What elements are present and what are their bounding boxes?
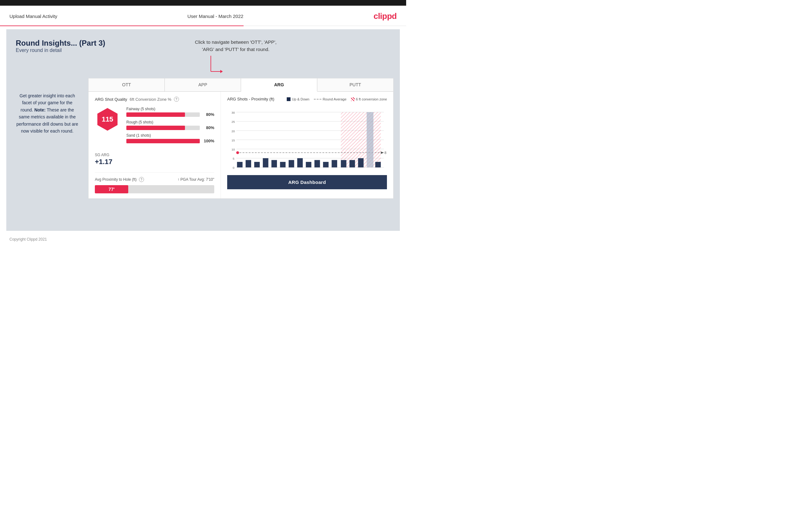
legend-updown: Up & Down (287, 97, 309, 101)
svg-marker-2 (220, 70, 223, 73)
svg-rect-36 (341, 160, 347, 167)
card-body: ARG Shot Quality 6ft Conversion Zone % ?… (89, 92, 393, 199)
right-panel: ARG Shots - Proximity (ft) Up & Down Rou… (221, 92, 393, 199)
panel-header-sub: 6ft Conversion Zone % (130, 97, 171, 102)
svg-rect-38 (358, 158, 364, 167)
left-panel: ARG Shot Quality 6ft Conversion Zone % ?… (89, 92, 221, 199)
chart-legend: Up & Down Round Average 6 ft conversion … (287, 97, 387, 101)
bar-pct-fairway: 80% (202, 112, 214, 117)
shot-label-fairway: Fairway (5 shots) (126, 107, 214, 111)
arrow-annotation (208, 54, 233, 79)
arg-dashboard-button[interactable]: ARG Dashboard (227, 175, 387, 189)
nav-hint-text: Click to navigate between 'OTT', 'APP','… (195, 39, 277, 52)
left-info: Get greater insight into each facet of y… (16, 92, 79, 134)
svg-rect-28 (271, 160, 277, 167)
legend-dashed-line (314, 99, 321, 100)
legend-hatched-box (351, 97, 355, 101)
proximity-header: Avg Proximity to Hole (ft) ? ↑ PGA Tour … (95, 177, 214, 182)
tabs-container: OTT APP ARG PUTT (89, 78, 393, 92)
bar-pct-rough: 80% (202, 125, 214, 130)
svg-rect-26 (254, 162, 260, 168)
svg-rect-25 (246, 160, 251, 167)
svg-rect-37 (349, 160, 355, 167)
svg-text:25: 25 (232, 120, 235, 123)
bar-bg-fairway (126, 112, 200, 117)
hex-score-value: 115 (102, 115, 113, 123)
tab-app[interactable]: APP (165, 78, 241, 91)
bar-fill-rough (126, 126, 185, 130)
svg-marker-20 (381, 152, 384, 154)
svg-rect-31 (297, 158, 303, 167)
svg-rect-30 (289, 160, 294, 167)
svg-text:30: 30 (232, 111, 235, 114)
proximity-bar-fill: 77' (95, 185, 128, 193)
svg-rect-32 (306, 162, 312, 168)
bar-fill-sand (126, 139, 200, 143)
sg-label: SG ARG (95, 153, 214, 157)
shot-row-rough: Rough (5 shots) 80% (126, 120, 214, 130)
proximity-label: Avg Proximity to Hole (ft) ? (95, 177, 144, 182)
svg-rect-27 (263, 158, 268, 167)
svg-rect-39 (367, 112, 373, 168)
legend-square-updown (287, 97, 291, 101)
hex-score-container: 115 (95, 107, 120, 132)
chart-title: ARG Shots - Proximity (ft) (227, 97, 274, 101)
bar-row-sand: 100% (126, 138, 214, 143)
bar-row-rough: 80% (126, 125, 214, 130)
legend-updown-label: Up & Down (292, 97, 309, 101)
proximity-help-icon[interactable]: ? (139, 177, 144, 182)
bar-bg-rough (126, 126, 200, 130)
header-center: User Manual - March 2022 (188, 13, 244, 19)
sg-value: +1.17 (95, 158, 214, 166)
svg-rect-33 (314, 160, 320, 167)
svg-text:10: 10 (232, 148, 235, 151)
sg-section: SG ARG +1.17 (95, 153, 214, 166)
copyright: Copyright Clippd 2021 (9, 237, 47, 241)
proximity-bar-bg: 77' (95, 185, 214, 193)
bar-bg-sand (126, 139, 200, 143)
chart-area: 0 5 10 15 20 25 30 (227, 105, 387, 171)
bar-pct-sand: 100% (202, 138, 214, 143)
help-icon[interactable]: ? (174, 97, 179, 102)
legend-conversion-label: 6 ft conversion zone (356, 97, 387, 101)
legend-round-avg: Round Average (314, 97, 347, 101)
svg-rect-24 (237, 162, 243, 168)
shot-label-rough: Rough (5 shots) (126, 120, 214, 124)
svg-text:8: 8 (385, 151, 386, 155)
legend-conversion-zone: 6 ft conversion zone (351, 97, 387, 101)
svg-text:0: 0 (233, 166, 235, 170)
dashboard-card: OTT APP ARG PUTT ARG Shot Quality 6ft Co… (88, 78, 394, 199)
svg-rect-35 (332, 160, 338, 167)
svg-rect-40 (375, 162, 381, 168)
pga-label: ↑ PGA Tour Avg: 7'10" (177, 177, 214, 182)
upload-label: Upload Manual Activity (9, 13, 57, 19)
tab-ott[interactable]: OTT (89, 78, 165, 91)
clippd-logo: clippd (373, 11, 397, 21)
svg-text:5: 5 (233, 157, 235, 160)
top-bar (0, 0, 406, 6)
nav-hint: Click to navigate between 'OTT', 'APP','… (195, 39, 277, 79)
panel-header: ARG Shot Quality 6ft Conversion Zone % ? (95, 97, 214, 102)
bar-row-fairway: 80% (126, 112, 214, 117)
panel-header-label: ARG Shot Quality (95, 97, 127, 102)
svg-rect-34 (323, 162, 328, 168)
shot-row-sand: Sand (1 shots) 100% (126, 133, 214, 143)
chart-header: ARG Shots - Proximity (ft) Up & Down Rou… (227, 97, 387, 101)
bar-fill-fairway (126, 112, 185, 117)
left-info-text: Get greater insight into each facet of y… (16, 93, 78, 133)
proximity-section: Avg Proximity to Hole (ft) ? ↑ PGA Tour … (95, 172, 214, 193)
header-divider (0, 25, 406, 26)
svg-point-19 (236, 151, 239, 154)
hex-bar-container: 115 Fairway (5 shots) 80% (95, 107, 214, 147)
bar-chart-svg: 0 5 10 15 20 25 30 (227, 105, 387, 171)
svg-rect-29 (280, 162, 286, 168)
shot-label-sand: Sand (1 shots) (126, 133, 214, 137)
main-content: Round Insights... (Part 3) Every round i… (6, 29, 400, 231)
footer: Copyright Clippd 2021 (0, 234, 406, 245)
shot-bars: Fairway (5 shots) 80% Rough (5 shots) (126, 107, 214, 147)
header: Upload Manual Activity User Manual - Mar… (0, 6, 406, 25)
svg-text:15: 15 (232, 138, 235, 142)
shot-row-fairway: Fairway (5 shots) 80% (126, 107, 214, 117)
tab-putt[interactable]: PUTT (317, 78, 393, 91)
tab-arg[interactable]: ARG (241, 78, 317, 92)
